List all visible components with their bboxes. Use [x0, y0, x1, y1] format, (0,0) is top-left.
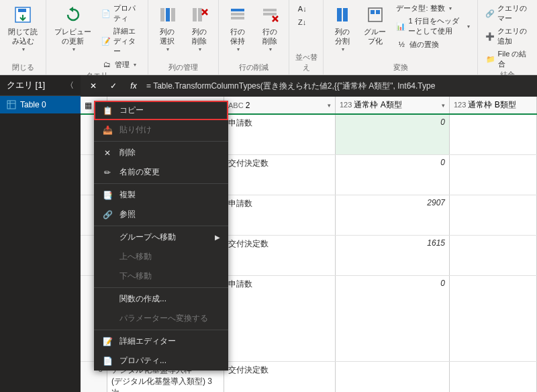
svg-rect-15	[371, 10, 375, 14]
cell-2[interactable]: 交付決定数	[224, 155, 336, 195]
header-icon: 📊	[396, 21, 405, 32]
svg-rect-7	[231, 9, 244, 11]
ribbon-group-close: 閉じて読 み込む▾ 閉じる	[0, 0, 46, 75]
save-icon	[12, 4, 34, 26]
cell-a[interactable]	[336, 362, 450, 392]
svg-rect-1	[18, 9, 26, 12]
cell-b[interactable]	[450, 362, 537, 392]
ctx-move-down: 下へ移動	[94, 266, 228, 286]
column-select-icon	[156, 4, 178, 26]
manage-button[interactable]: 🗂管理▾	[99, 58, 142, 70]
context-menu: 📋コピー 📥貼り付け ✕削除 ✏名前の変更 📑複製 🔗参照 グループへ移動▶ 上…	[94, 101, 228, 371]
cell-2[interactable]: 交付決定数	[224, 362, 336, 392]
svg-rect-5	[193, 8, 197, 21]
editor-icon: 📝	[102, 336, 113, 347]
properties-icon: 📄	[102, 356, 113, 366]
svg-rect-8	[231, 13, 244, 15]
cell-b[interactable]	[450, 236, 537, 275]
query-item[interactable]: Table 0	[0, 96, 81, 113]
ctx-properties[interactable]: 📄プロパティ...	[94, 351, 228, 371]
svg-rect-6	[198, 8, 202, 21]
ribbon-group-combine: 🔗クエリのマー ➕クエリの追加 📁File の結合 結合	[478, 0, 537, 75]
sort-desc-icon: Z↓	[297, 17, 307, 28]
split-column-button[interactable]: 列の 分割▾	[329, 3, 356, 54]
cell-a[interactable]: 1615	[336, 236, 450, 275]
column-header-2[interactable]: ABC2▾	[224, 97, 336, 113]
datatype-button[interactable]: データ型: 整数▾	[394, 3, 472, 14]
reference-icon: 🔗	[102, 209, 113, 220]
group-by-button[interactable]: グルー プ化	[361, 3, 389, 48]
properties-button[interactable]: 📄プロパティ	[99, 3, 142, 24]
cell-a[interactable]: 0	[336, 155, 450, 195]
delete-icon: ✕	[102, 148, 113, 158]
file-combine-icon: 📁	[485, 54, 495, 64]
ribbon: 閉じて読 み込む▾ 閉じる プレビュー の更新▾ 📄プロパティ 📝詳細エディター…	[0, 0, 537, 75]
replace-button[interactable]: ½値の置換	[394, 38, 472, 50]
ctx-create-func[interactable]: 関数の作成...	[94, 289, 228, 309]
ctx-move-up: 上へ移動	[94, 247, 228, 266]
ribbon-group-label: 並べ替え	[295, 52, 318, 75]
column-select-button[interactable]: 列の 選択▾	[154, 3, 181, 54]
adv-editor-button[interactable]: 📝詳細エディター	[99, 26, 142, 57]
group-icon	[364, 4, 386, 26]
collapse-panel-button[interactable]: 〈	[66, 80, 74, 91]
svg-rect-17	[7, 101, 15, 109]
editor-icon: 📝	[101, 36, 111, 47]
svg-rect-11	[263, 13, 277, 15]
cell-b[interactable]	[450, 155, 537, 195]
close-load-button[interactable]: 閉じて読 み込む▾	[5, 3, 40, 54]
copy-icon: 📋	[102, 105, 113, 116]
first-row-header-button[interactable]: 📊1 行目をヘッダーとして使用▾	[394, 15, 472, 37]
ctx-move-group[interactable]: グループへ移動▶	[94, 228, 228, 247]
append-query-button[interactable]: ➕クエリの追加	[483, 26, 532, 47]
rename-icon: ✏	[102, 167, 113, 178]
cancel-formula-button[interactable]: ✕	[86, 79, 101, 93]
cell-a[interactable]: 0	[336, 115, 450, 154]
ribbon-group-label: 列の管理	[154, 62, 213, 75]
queries-header: クエリ [1] 〈	[0, 75, 81, 96]
sort-asc-icon: A↓	[297, 3, 307, 14]
row-keep-button[interactable]: 行の 保持▾	[224, 3, 251, 54]
column-header-a[interactable]: 123通常枠 A類型▾	[336, 97, 450, 113]
ctx-delete[interactable]: ✕削除	[94, 143, 228, 162]
cell-2[interactable]: 申請数	[224, 276, 336, 361]
preview-refresh-button[interactable]: プレビュー の更新▾	[52, 3, 94, 54]
cell-2[interactable]: 申請数	[224, 115, 336, 154]
refresh-icon	[62, 4, 84, 26]
ctx-copy[interactable]: 📋コピー	[94, 101, 228, 120]
formula-bar: ✕ ✓ fx = Table.TransformColumnTypes(置き換え…	[81, 75, 537, 97]
sort-desc-button[interactable]: Z↓	[295, 16, 309, 28]
ctx-paste: 📥貼り付け	[94, 120, 228, 140]
ctx-reference[interactable]: 🔗参照	[94, 205, 228, 224]
column-remove-button[interactable]: 列の 削除▾	[186, 3, 213, 54]
cell-b[interactable]	[450, 115, 537, 154]
cell-b[interactable]	[450, 276, 537, 361]
file-combine-button[interactable]: 📁File の結合	[483, 48, 532, 70]
cell-a[interactable]: 2907	[336, 195, 450, 235]
body-area: クエリ [1] 〈 Table 0 ✕ ✓ fx = Table.Transfo…	[0, 75, 537, 392]
column-header-b[interactable]: 123通常枠 B類型	[450, 97, 537, 113]
row-remove-button[interactable]: 行の 削除▾	[256, 3, 283, 54]
ctx-adv-editor[interactable]: 📝詳細エディター	[94, 332, 228, 351]
commit-formula-button[interactable]: ✓	[106, 79, 121, 93]
sort-asc-button[interactable]: A↓	[295, 3, 309, 15]
column-remove-icon	[189, 4, 210, 26]
cell-2[interactable]: 申請数	[224, 195, 336, 235]
fx-button[interactable]: fx	[126, 79, 141, 93]
query-item-name: Table 0	[20, 100, 46, 109]
svg-rect-12	[337, 8, 342, 21]
ctx-duplicate[interactable]: 📑複製	[94, 185, 228, 205]
duplicate-icon: 📑	[102, 190, 113, 201]
svg-rect-10	[263, 9, 277, 11]
svg-rect-9	[231, 17, 244, 19]
row-remove-icon	[259, 4, 281, 26]
ctx-rename[interactable]: ✏名前の変更	[94, 162, 228, 182]
merge-query-button[interactable]: 🔗クエリのマー	[483, 3, 532, 24]
cell-a[interactable]: 0	[336, 276, 450, 361]
svg-rect-2	[160, 8, 164, 21]
formula-text[interactable]: = Table.TransformColumnTypes(置き換えられた値2,{…	[146, 81, 532, 92]
cell-2[interactable]: 交付決定数	[224, 236, 336, 275]
properties-icon: 📄	[101, 8, 111, 19]
ribbon-group-sort: A↓ Z↓ 並べ替え	[289, 0, 324, 75]
cell-b[interactable]	[450, 195, 537, 235]
